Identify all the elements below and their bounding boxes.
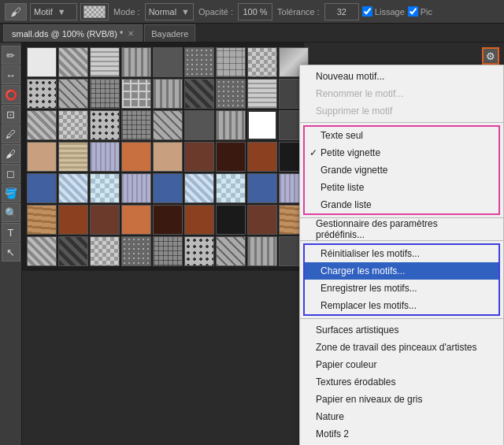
pattern-cell[interactable] <box>153 47 183 77</box>
pattern-cell[interactable] <box>153 142 183 172</box>
tab-close-small-dds[interactable]: ✕ <box>128 29 134 38</box>
lissage-checkbox[interactable] <box>362 6 372 17</box>
pattern-cell[interactable] <box>90 79 120 109</box>
pattern-cell[interactable] <box>90 110 120 140</box>
gear-button[interactable]: ⚙ <box>482 47 499 65</box>
pattern-cell[interactable] <box>153 79 183 109</box>
pattern-cell[interactable] <box>58 47 88 77</box>
menu-item-texte-seul[interactable]: Texte seul <box>305 127 498 144</box>
pattern-cell[interactable] <box>58 236 88 266</box>
pattern-cell[interactable] <box>27 205 57 235</box>
menu-item-remplacer[interactable]: Remplacer les motifs... <box>305 297 498 314</box>
pattern-cell[interactable] <box>184 79 214 109</box>
menu-item-surfaces[interactable]: Surfaces artistiques <box>300 321 503 339</box>
pattern-cell[interactable] <box>216 173 246 203</box>
pattern-cell[interactable] <box>184 205 214 235</box>
menu-item-nouveau[interactable]: Nouveau motif... <box>300 68 503 85</box>
pattern-cell[interactable] <box>216 47 246 77</box>
pattern-cell[interactable] <box>184 173 214 203</box>
pattern-cell[interactable] <box>216 110 246 140</box>
pic-checkbox[interactable] <box>408 6 418 17</box>
pattern-cell[interactable] <box>27 79 57 109</box>
pattern-cell[interactable] <box>216 205 246 235</box>
tool-brush[interactable]: 🖌 <box>2 144 20 163</box>
pattern-cell[interactable] <box>58 205 88 235</box>
menu-item-gestionnaire[interactable]: Gestionnaire des paramètres prédéfinis..… <box>300 221 503 238</box>
pattern-cell[interactable] <box>247 110 277 140</box>
pattern-cell[interactable] <box>27 142 57 172</box>
tolerance-input[interactable] <box>324 3 359 20</box>
pattern-cell[interactable] <box>58 142 88 172</box>
pattern-cell[interactable] <box>90 236 120 266</box>
pattern-cell[interactable] <box>90 205 120 235</box>
menu-item-renommer[interactable]: Renommer le motif... <box>300 85 503 102</box>
pattern-cell[interactable] <box>184 110 214 140</box>
pattern-cell[interactable] <box>184 236 214 266</box>
menu-item-enregistrer[interactable]: Enregistrer les motifs... <box>305 280 498 297</box>
pattern-cell[interactable] <box>90 47 120 77</box>
pattern-cell[interactable] <box>247 47 277 77</box>
pattern-cell[interactable] <box>247 173 277 203</box>
tool-pencil[interactable]: ✏ <box>2 46 20 65</box>
mode-dropdown[interactable]: Normal ▼ <box>145 3 194 20</box>
tab-small-dds[interactable]: small.dds @ 100% (RVB/8) * ✕ <box>3 24 143 42</box>
pattern-cell[interactable] <box>121 173 151 203</box>
menu-item-charger[interactable]: Charger les motifs... <box>305 262 498 280</box>
tool-fill[interactable]: 🪣 <box>2 184 20 202</box>
tool-select[interactable]: ↖ <box>2 243 20 261</box>
pattern-cell[interactable] <box>90 142 120 172</box>
pattern-cell[interactable] <box>247 142 277 172</box>
menu-item-papier-couleur[interactable]: Papier couleur <box>300 356 503 373</box>
pattern-cell[interactable] <box>90 173 120 203</box>
tool-eraser[interactable]: ◻ <box>2 164 20 183</box>
pattern-cell[interactable] <box>153 236 183 266</box>
pattern-preview[interactable] <box>80 3 109 20</box>
tool-zoom[interactable]: 🔍 <box>2 203 20 222</box>
menu-item-textures-erodables-label: Textures érodables <box>316 376 395 388</box>
pattern-cell[interactable] <box>121 205 151 235</box>
pattern-cell[interactable] <box>121 47 151 77</box>
pattern-cell[interactable] <box>58 173 88 203</box>
pattern-cell[interactable] <box>216 236 246 266</box>
motif-dropdown[interactable]: Motif ▼ <box>30 3 77 20</box>
menu-item-reinitialiser[interactable]: Réinitialiser les motifs... <box>305 245 498 262</box>
menu-item-petite-liste[interactable]: Petite liste <box>305 179 498 196</box>
pattern-cell[interactable] <box>153 205 183 235</box>
pattern-cell[interactable] <box>247 205 277 235</box>
pattern-cell[interactable] <box>121 110 151 140</box>
tool-eyedropper[interactable]: 🖊 <box>2 124 20 143</box>
menu-item-grande-liste[interactable]: Grande liste <box>305 196 498 213</box>
pattern-cell[interactable] <box>121 142 151 172</box>
tab-bayadere[interactable]: Bayadere <box>144 24 195 42</box>
tool-text[interactable]: T <box>2 223 20 242</box>
pattern-cell[interactable] <box>153 110 183 140</box>
pattern-cell[interactable] <box>27 173 57 203</box>
tool-crop[interactable]: ⊡ <box>2 105 20 124</box>
tool-move[interactable]: ↔ <box>2 65 20 84</box>
menu-item-nature[interactable]: Nature <box>300 408 503 425</box>
pattern-cell[interactable] <box>184 142 214 172</box>
menu-item-petite-vignette[interactable]: ✓ Petite vignette <box>305 144 498 161</box>
pattern-cell[interactable] <box>184 47 214 77</box>
menu-item-grande-vignette[interactable]: Grande vignette <box>305 161 498 179</box>
brush-tool-icon[interactable]: 🖌 <box>5 3 27 20</box>
pattern-cell[interactable] <box>121 236 151 266</box>
pattern-cell[interactable] <box>216 79 246 109</box>
menu-item-supprimer[interactable]: Supprimer le motif <box>300 102 503 120</box>
pattern-cell[interactable] <box>58 110 88 140</box>
pattern-cell[interactable] <box>247 236 277 266</box>
pattern-cell[interactable] <box>247 79 277 109</box>
opacity-input[interactable] <box>238 3 272 20</box>
pattern-cell[interactable] <box>27 110 57 140</box>
pattern-cell[interactable] <box>27 47 57 77</box>
menu-item-zone-travail[interactable]: Zone de travail des pinceaux d'artistes <box>300 339 503 356</box>
menu-item-textures-erodables[interactable]: Textures érodables <box>300 373 503 391</box>
menu-item-motifs2[interactable]: Motifs 2 <box>300 425 503 443</box>
pattern-cell[interactable] <box>121 79 151 109</box>
pattern-cell[interactable] <box>216 142 246 172</box>
tool-lasso[interactable]: ⭕ <box>2 85 20 104</box>
pattern-cell[interactable] <box>58 79 88 109</box>
pattern-cell[interactable] <box>153 173 183 203</box>
pattern-cell[interactable] <box>27 236 57 266</box>
menu-item-papier-niveaux[interactable]: Papier en niveaux de gris <box>300 391 503 408</box>
